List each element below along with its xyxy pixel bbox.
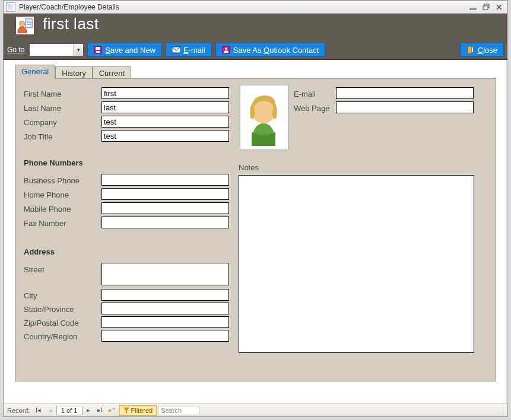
svg-rect-12 xyxy=(96,51,100,53)
restore-button[interactable] xyxy=(481,2,492,12)
heading-address: Address xyxy=(24,247,55,256)
svg-point-15 xyxy=(225,47,227,50)
close-button[interactable] xyxy=(494,2,505,12)
person-icon xyxy=(15,16,34,35)
label-first-name: First Name xyxy=(24,90,62,98)
titlebar: Player/Coach/Employee Details xyxy=(4,1,507,14)
form-icon xyxy=(6,2,15,12)
label-city: City xyxy=(24,291,37,300)
input-home-phone[interactable] xyxy=(101,188,229,200)
goto-label: Go to xyxy=(7,46,24,54)
input-notes[interactable] xyxy=(239,175,474,353)
label-job-title: Job Title xyxy=(24,132,52,141)
input-email[interactable] xyxy=(336,87,474,99)
tab-current[interactable]: Current xyxy=(93,66,131,78)
record-number[interactable] xyxy=(56,406,82,415)
filter-indicator[interactable]: Filtered xyxy=(119,405,157,416)
nav-first-button[interactable]: I◂ xyxy=(33,405,45,416)
tab-history[interactable]: History xyxy=(55,66,92,78)
record-label: Record: xyxy=(4,407,33,414)
input-street[interactable] xyxy=(101,263,229,285)
label-country: Country/Region xyxy=(24,332,77,341)
input-company[interactable] xyxy=(101,116,229,128)
contact-icon xyxy=(222,46,230,54)
form-body: General History Current First Name Last … xyxy=(7,60,504,401)
toolbar: Go to ▾ Save and New E-mail S xyxy=(7,42,504,58)
input-state[interactable] xyxy=(101,303,229,314)
label-street: Street xyxy=(24,265,45,274)
chevron-down-icon[interactable]: ▾ xyxy=(74,44,83,56)
input-first-name[interactable] xyxy=(101,87,229,99)
input-zip[interactable] xyxy=(101,316,229,328)
label-notes: Notes xyxy=(239,163,259,172)
nav-next-button[interactable]: ▸ xyxy=(82,405,94,416)
tab-general[interactable]: General xyxy=(15,65,55,79)
label-zip: Zip/Postal Code xyxy=(24,319,79,327)
contact-photo[interactable] xyxy=(240,85,288,150)
input-fax[interactable] xyxy=(101,217,229,228)
nav-last-button[interactable]: ▸I xyxy=(94,405,106,416)
nav-prev-button[interactable]: ◂ xyxy=(45,405,56,416)
label-last-name: Last Name xyxy=(24,104,61,113)
record-navigator: Record: I◂ ◂ ▸ ▸I ▸* Filtered xyxy=(4,403,507,416)
input-city[interactable] xyxy=(101,289,229,301)
scrollbar[interactable] xyxy=(506,14,509,403)
svg-rect-0 xyxy=(470,8,476,9)
save-and-new-button[interactable]: Save and New xyxy=(87,43,162,57)
email-button[interactable]: E-mail xyxy=(166,43,212,57)
svg-rect-2 xyxy=(483,6,488,9)
input-web[interactable] xyxy=(336,101,474,113)
form-header: first last Go to ▾ Save and New E-mail xyxy=(4,14,507,60)
input-country[interactable] xyxy=(101,330,229,342)
save-icon xyxy=(94,46,102,54)
svg-rect-5 xyxy=(26,19,32,28)
nav-search-input[interactable] xyxy=(158,406,199,415)
heading-phone: Phone Numbers xyxy=(24,158,83,167)
door-close-icon xyxy=(466,46,475,54)
label-business-phone: Business Phone xyxy=(24,176,80,185)
goto-combo[interactable]: ▾ xyxy=(29,43,84,56)
input-job-title[interactable] xyxy=(101,130,229,142)
input-last-name[interactable] xyxy=(101,101,229,113)
window-title: Player/Coach/Employee Details xyxy=(19,3,119,11)
label-mobile-phone: Mobile Phone xyxy=(24,205,71,214)
label-web: Web Page xyxy=(294,104,329,113)
mail-icon xyxy=(172,46,180,54)
label-home-phone: Home Phone xyxy=(24,190,69,199)
label-fax: Fax Number xyxy=(24,219,66,228)
input-business-phone[interactable] xyxy=(101,174,229,186)
svg-rect-11 xyxy=(96,47,100,50)
nav-new-button[interactable]: ▸* xyxy=(106,405,118,416)
svg-rect-17 xyxy=(472,47,473,52)
label-state: State/Province xyxy=(24,305,74,314)
label-company: Company xyxy=(24,118,57,127)
svg-rect-16 xyxy=(468,46,472,53)
input-mobile-phone[interactable] xyxy=(101,202,229,214)
mdi-window: Player/Coach/Employee Details first last xyxy=(3,0,508,417)
svg-point-9 xyxy=(20,21,25,27)
minimize-button[interactable] xyxy=(468,2,479,12)
tab-bar: General History Current xyxy=(15,65,131,79)
tab-panel-general: First Name Last Name Company Job Title P… xyxy=(15,78,496,381)
header-title: first last xyxy=(43,15,99,33)
save-as-outlook-button[interactable]: Save As Outlook Contact xyxy=(215,43,326,57)
funnel-icon xyxy=(123,408,129,413)
label-email: E-mail xyxy=(294,90,316,98)
close-form-button[interactable]: Close xyxy=(460,43,504,57)
